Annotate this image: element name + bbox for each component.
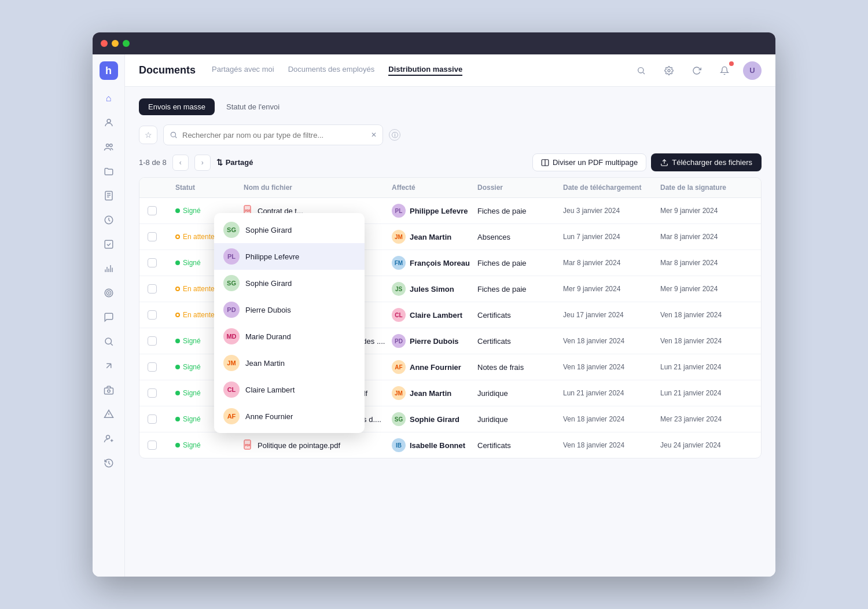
dropdown-item[interactable]: CL Claire Lambert <box>214 376 365 403</box>
sidebar-item-search[interactable] <box>98 331 119 352</box>
sidebar-item-folder[interactable] <box>98 161 119 182</box>
sidebar-item-docs[interactable] <box>98 185 119 206</box>
prev-page-button[interactable]: ‹ <box>172 155 189 171</box>
row-download-date: Jeu 17 janvier 2024 <box>563 311 656 319</box>
search-button[interactable] <box>632 61 650 80</box>
row-person: FM François Moreau <box>392 256 473 270</box>
titlebar <box>93 32 775 54</box>
dropdown-item[interactable]: JM Jean Martin <box>214 350 365 376</box>
svg-point-20 <box>171 132 175 137</box>
dropdown-name: Sophie Girard <box>245 226 292 234</box>
sub-tabs: Envois en masse Statut de l'envoi <box>139 98 762 115</box>
sidebar-item-target[interactable] <box>98 283 119 303</box>
sidebar-item-check[interactable] <box>98 234 119 255</box>
sidebar-item-share[interactable] <box>98 355 119 376</box>
dropdown-avatar: MD <box>223 328 240 344</box>
row-checkbox[interactable] <box>148 206 171 215</box>
tab-statut[interactable]: Statut de l'envoi <box>217 98 289 115</box>
dropdown-avatar: CL <box>223 381 240 398</box>
search-bar: ✕ <box>163 124 383 145</box>
row-folder: Juridique <box>477 389 558 398</box>
sidebar-item-clock[interactable] <box>98 210 119 230</box>
row-person: JM Jean Martin <box>392 230 473 244</box>
minimize-button[interactable] <box>112 40 119 47</box>
row-checkbox[interactable] <box>148 414 171 424</box>
user-avatar[interactable]: U <box>743 61 762 80</box>
person-avatar: JM <box>392 230 406 244</box>
close-button[interactable] <box>101 40 108 47</box>
person-avatar: PL <box>392 204 406 218</box>
sidebar-item-person[interactable] <box>98 112 119 133</box>
tab-envois[interactable]: Envois en masse <box>139 98 215 115</box>
dropdown-avatar: PL <box>223 248 240 265</box>
row-checkbox[interactable] <box>148 258 171 267</box>
row-status: Signé <box>175 441 239 449</box>
dropdown-item[interactable]: SG Sophie Girard <box>214 217 365 243</box>
col-signature: Date de la signature <box>660 184 753 192</box>
info-button[interactable]: ⓘ <box>389 129 400 141</box>
col-statut: Statut <box>175 184 239 192</box>
sidebar-item-home[interactable]: ⌂ <box>98 88 119 109</box>
svg-point-1 <box>106 144 109 147</box>
sidebar-item-camera[interactable] <box>98 380 119 401</box>
row-signature-date: Mer 9 janvier 2024 <box>660 207 753 215</box>
next-page-button[interactable]: › <box>194 155 211 171</box>
row-checkbox[interactable] <box>148 284 171 294</box>
dropdown-item[interactable]: MD Marie Durand <box>214 323 365 350</box>
row-download-date: Ven 18 janvier 2024 <box>563 441 656 449</box>
col-affecte: Affecté <box>392 184 473 192</box>
dropdown-item[interactable]: PL Philippe Lefevre <box>214 243 365 270</box>
dropdown-avatar: AF <box>223 408 240 424</box>
row-checkbox[interactable] <box>148 336 171 346</box>
dropdown-item[interactable]: PD Pierre Dubois <box>214 296 365 323</box>
row-download-date: Mer 9 janvier 2024 <box>563 285 656 293</box>
person-avatar: SG <box>392 412 406 426</box>
svg-point-19 <box>668 69 670 72</box>
row-checkbox[interactable] <box>148 441 171 450</box>
sidebar-item-chat[interactable] <box>98 307 119 328</box>
content-area: Envois en masse Statut de l'envoi ☆ ✕ ⓘ … <box>125 87 775 577</box>
notifications-button[interactable] <box>715 61 734 80</box>
sidebar-item-add-user[interactable] <box>98 428 119 449</box>
row-folder: Fiches de paie <box>477 207 558 215</box>
upload-button[interactable]: Télécharger des fichiers <box>651 153 762 171</box>
row-person: JM Jean Martin <box>392 386 473 400</box>
person-avatar: CL <box>392 308 406 322</box>
row-download-date: Lun 7 janvier 2024 <box>563 233 656 241</box>
svg-point-14 <box>107 390 110 392</box>
nav-links: Partagés avec moi Documents des employés… <box>212 65 616 76</box>
sidebar-item-chart[interactable] <box>98 258 119 279</box>
dropdown-item[interactable]: AF Anne Fournier <box>214 403 365 430</box>
row-download-date: Ven 18 janvier 2024 <box>563 337 656 345</box>
settings-button[interactable] <box>660 61 678 80</box>
sidebar-item-team[interactable] <box>98 137 119 157</box>
split-pdf-button[interactable]: Diviser un PDF multipage <box>532 153 646 171</box>
nav-distribution[interactable]: Distribution massive <box>388 65 462 76</box>
action-buttons: Diviser un PDF multipage Télécharger des… <box>532 153 762 171</box>
row-checkbox[interactable] <box>148 232 171 241</box>
nav-employes[interactable]: Documents des employés <box>288 65 375 76</box>
dropdown-name: Pierre Dubois <box>245 306 291 314</box>
maximize-button[interactable] <box>123 40 130 47</box>
nav-partages[interactable]: Partagés avec moi <box>212 65 274 76</box>
dropdown-avatar: SG <box>223 222 240 238</box>
dropdown-name: Marie Durand <box>245 332 291 341</box>
row-download-date: Jeu 3 janvier 2024 <box>563 207 656 215</box>
person-avatar: FM <box>392 256 406 270</box>
sidebar-item-alert[interactable] <box>98 404 119 425</box>
row-checkbox[interactable] <box>148 388 171 398</box>
shared-filter[interactable]: ⇅ Partagé <box>216 158 253 167</box>
row-checkbox[interactable] <box>148 310 171 320</box>
row-folder: Certificats <box>477 337 558 346</box>
row-person: PD Pierre Dubois <box>392 334 473 348</box>
row-folder: Certificats <box>477 311 558 320</box>
search-input[interactable] <box>182 131 366 140</box>
sidebar-item-history[interactable] <box>98 453 119 474</box>
refresh-button[interactable] <box>687 61 706 80</box>
row-checkbox[interactable] <box>148 362 171 372</box>
shared-label: Partagé <box>226 158 253 167</box>
dropdown-name: Philippe Lefevre <box>245 252 299 261</box>
search-clear-icon[interactable]: ✕ <box>371 131 377 139</box>
star-button[interactable]: ☆ <box>139 126 157 144</box>
dropdown-item[interactable]: SG Sophie Girard <box>214 270 365 296</box>
